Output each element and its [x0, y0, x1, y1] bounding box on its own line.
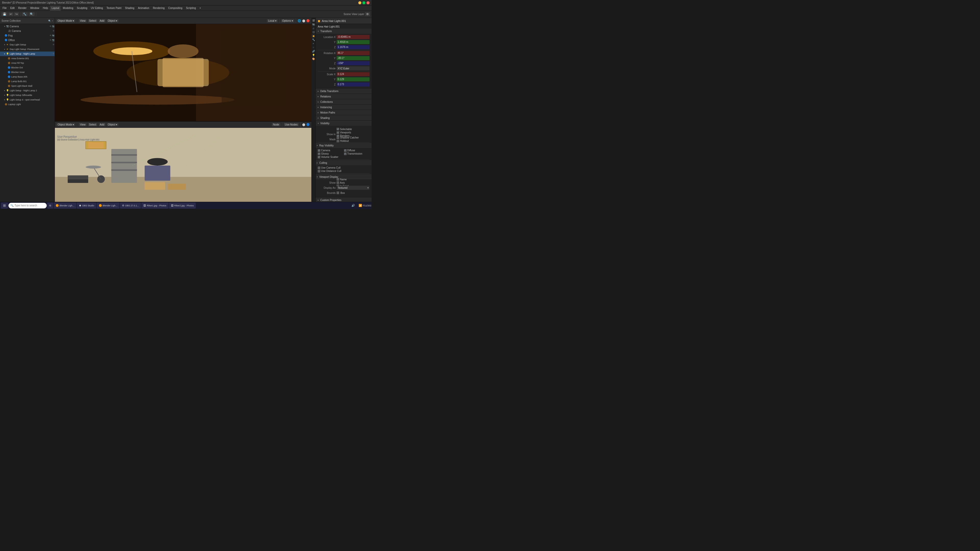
- glossy-vis-checkbox[interactable]: [318, 152, 320, 155]
- menu-render[interactable]: Render: [17, 6, 28, 11]
- outliner-item-night-lamp2[interactable]: ▾ 💡 Light Setup - Night Lamp 2: [0, 88, 55, 93]
- viewports-checkbox[interactable]: [337, 131, 339, 134]
- delta-transform-header[interactable]: Delta Transform: [316, 89, 372, 94]
- transform-section-header[interactable]: Transform: [316, 29, 372, 34]
- close-button[interactable]: [366, 1, 369, 4]
- volume-scatter-vis-checkbox[interactable]: [318, 156, 320, 159]
- viewport-bottom-view-btn[interactable]: View: [79, 123, 87, 126]
- menu-texture-paint[interactable]: Texture Paint: [105, 6, 123, 11]
- outliner-item-lamp-base[interactable]: 🔵 Lamp Base.005: [0, 75, 55, 79]
- instancing-header[interactable]: Instancing: [316, 105, 372, 110]
- rotation-x[interactable]: 46.1°: [337, 51, 369, 55]
- minimize-button[interactable]: [358, 1, 361, 4]
- viewport-top-mode-btn[interactable]: Object Mode ▾: [56, 19, 75, 22]
- camera-cull-checkbox[interactable]: [318, 167, 320, 169]
- settings-icon[interactable]: ⚙: [365, 12, 370, 16]
- show-axis-checkbox[interactable]: [337, 181, 339, 184]
- outliner-item-night-lamp[interactable]: ▾ 💡 Light Setup - Night Lamp 👁: [0, 52, 55, 56]
- taskbar-photos-1[interactable]: 🖼 Riker1.jpg - Photos: [142, 203, 169, 209]
- viewport-bottom-select-btn[interactable]: Select: [88, 123, 97, 126]
- scale-z[interactable]: 0.173: [337, 83, 369, 86]
- viewport-bottom-mode-btn[interactable]: Object Mode ▾: [56, 123, 75, 126]
- outliner-item-area-fill[interactable]: 🔆 Area Fill Top: [0, 61, 55, 65]
- outliner-item-day-light-fluor[interactable]: ▾ ☀ Day Light Setup: Fluorescent: [0, 47, 55, 52]
- scale-x[interactable]: 0.124: [337, 72, 369, 76]
- props-modifier-icon[interactable]: 🔧: [312, 38, 315, 41]
- menu-sculpting[interactable]: Sculpting: [75, 6, 89, 11]
- viewport-top-select-btn[interactable]: Select: [88, 19, 97, 22]
- viewport-bottom-use-nodes-btn[interactable]: Use Nodes: [284, 123, 299, 126]
- viewport-top-view-btn[interactable]: View: [79, 19, 87, 22]
- outliner-item-camera-collection[interactable]: ▾ 📷 Camera 👁 📷: [0, 24, 55, 29]
- outliner-add-icon[interactable]: +: [52, 20, 53, 22]
- filter-icon[interactable]: 🔍: [29, 12, 35, 16]
- viewport-top-transform-btn[interactable]: Local ▾: [267, 19, 278, 22]
- visibility-header[interactable]: Visibility: [316, 121, 372, 126]
- taskbar-task-view[interactable]: ⧉: [47, 203, 53, 209]
- outliner-item-fog[interactable]: 🔵 Fog 👁 📷: [0, 33, 55, 38]
- relations-header[interactable]: Relations: [316, 94, 372, 99]
- collections-header[interactable]: Collections: [316, 99, 372, 104]
- scale-y[interactable]: 0.129: [337, 77, 369, 81]
- save-icon[interactable]: 💾: [2, 12, 8, 16]
- viewport-bottom[interactable]: Object Mode ▾ View Select Add Object ▾ N…: [55, 122, 311, 203]
- bounds-checkbox[interactable]: [337, 192, 339, 194]
- props-scene-icon[interactable]: 🎬: [312, 19, 315, 22]
- vis-hide-icon[interactable]: 👁: [49, 35, 52, 37]
- props-physics-icon[interactable]: ⚛: [312, 46, 315, 49]
- viewport-bottom-add-btn[interactable]: Add: [99, 123, 106, 126]
- menu-scripting[interactable]: Scripting: [185, 6, 197, 11]
- vis-hide-icon[interactable]: 👁: [52, 44, 55, 46]
- culling-header[interactable]: Culling: [316, 160, 372, 165]
- menu-rendering[interactable]: Rendering: [151, 6, 166, 11]
- viewport-top[interactable]: Object Mode ▾ View Select Add Object ▾ L…: [55, 18, 311, 122]
- menu-edit[interactable]: Edit: [9, 6, 16, 11]
- outliner-item-lamp-bulb[interactable]: 🔆 Lamp Bulb.001: [0, 79, 55, 84]
- outliner-item-blocker-inner[interactable]: 🔵 Blocker Inner: [0, 70, 55, 75]
- props-view-icon[interactable]: 🖼: [312, 30, 315, 34]
- viewport-top-material-icon[interactable]: 🔴: [306, 19, 310, 22]
- menu-shading[interactable]: Shading: [124, 6, 136, 11]
- menu-modeling[interactable]: Modeling: [61, 6, 75, 11]
- viewport-top-add-btn[interactable]: Add: [99, 19, 106, 22]
- vis-render-icon[interactable]: 📷: [52, 39, 55, 41]
- system-icon-sound[interactable]: 🔊: [350, 203, 356, 209]
- menu-add-workspace[interactable]: +: [198, 6, 203, 11]
- taskbar-blender-1[interactable]: 🟠 Blender Ligh...: [54, 203, 76, 209]
- redo-icon[interactable]: ↪: [14, 12, 19, 16]
- taskbar-blender-2[interactable]: 🟠 Blender Ligh...: [97, 203, 119, 209]
- vis-render-icon[interactable]: 📷: [52, 25, 55, 27]
- viewport-bottom-object-btn[interactable]: Object ▾: [107, 123, 119, 126]
- outliner-item-camera[interactable]: 🎥 Camera 👁: [0, 29, 55, 33]
- viewport-top-object-btn[interactable]: Object ▾: [107, 19, 119, 22]
- menu-help[interactable]: Help: [41, 6, 50, 11]
- outliner-item-spot-overhead[interactable]: ▾ 💡 Light Setup 4 - spot overhead: [0, 97, 55, 102]
- shading-header[interactable]: Shading: [316, 115, 372, 121]
- viewport-bottom-solid-icon[interactable]: ⬤: [302, 123, 305, 126]
- selectable-checkbox[interactable]: [337, 128, 339, 130]
- props-render-icon[interactable]: 📷: [312, 23, 315, 26]
- props-data-icon[interactable]: 💡: [312, 53, 315, 57]
- rotation-mode-value[interactable]: XYZ Euler: [337, 66, 369, 70]
- vis-hide-icon[interactable]: 👁: [49, 39, 52, 41]
- taskbar-search-input[interactable]: [14, 204, 45, 207]
- props-material-icon[interactable]: 🎨: [312, 57, 315, 61]
- outliner-item-silhouette[interactable]: ▾ 💡 Light Setup Silhouette: [0, 93, 55, 97]
- location-z[interactable]: 1.1676 m: [337, 45, 369, 49]
- maximize-button[interactable]: [363, 1, 366, 4]
- undo-icon[interactable]: ↩: [8, 12, 13, 16]
- menu-window[interactable]: Window: [29, 6, 41, 11]
- menu-animation[interactable]: Animation: [136, 6, 151, 11]
- shadow-catcher-checkbox[interactable]: [337, 137, 339, 139]
- taskbar-start-button[interactable]: ⊞: [1, 203, 8, 209]
- distance-cull-checkbox[interactable]: [318, 170, 320, 172]
- menu-uv-editing[interactable]: UV Editing: [89, 6, 104, 11]
- outliner-item-spot-back[interactable]: 🔆 Spot Light Back Wall: [0, 84, 55, 88]
- viewport-bottom-node-btn[interactable]: Node: [272, 123, 280, 126]
- display-as-dropdown[interactable]: Textured ▾: [337, 186, 369, 190]
- props-output-icon[interactable]: 🖨: [312, 27, 315, 30]
- snap-icon[interactable]: 🔧: [22, 12, 28, 16]
- viewport-image-top[interactable]: [55, 24, 311, 121]
- rotation-z[interactable]: -158°: [337, 61, 369, 65]
- diffuse-vis-checkbox[interactable]: [344, 149, 347, 152]
